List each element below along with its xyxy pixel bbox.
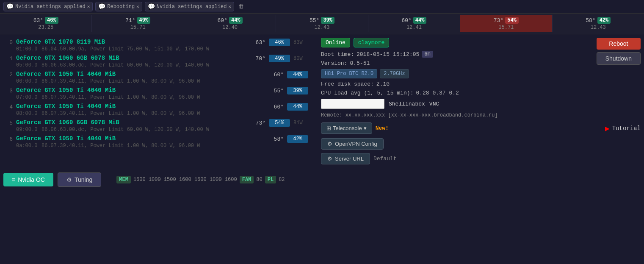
teleconsole-arrow: ▾ bbox=[364, 125, 367, 131]
close-notification-1[interactable]: ✕ bbox=[87, 4, 90, 9]
tools-row: ⊞ Teleconsole ▾ New! ▶ Tutorial bbox=[321, 122, 641, 134]
openvpn-button[interactable]: ⚙ OpenVPN Config bbox=[321, 138, 384, 150]
new-badge: New! bbox=[376, 125, 389, 131]
bottom-bar: ≡ Nvidia OC ⚙ Tuning MEM 1600 1000 1500 … bbox=[0, 168, 644, 191]
gpu-time-1: 05:00.0 bbox=[16, 62, 41, 68]
teleconsole-label: Teleconsole bbox=[333, 125, 362, 131]
boot-ago-badge: 6m bbox=[422, 51, 433, 58]
notification-1[interactable]: 💬 Nvidia settings applied ✕ bbox=[3, 2, 93, 11]
gpu-row-5: 5 GeForce GTX 1060 6GB 6078 MiB 73° 54% … bbox=[3, 118, 308, 133]
stat-hash-3: 12.43 bbox=[314, 25, 329, 31]
gpu-stats-1: 70° 49% 80W bbox=[251, 54, 308, 62]
gpu-time-3: 07:00.0 bbox=[16, 94, 41, 100]
gpu-stats-3: 55° 39% bbox=[269, 86, 308, 94]
stat-hash-4: 12.41 bbox=[406, 25, 422, 31]
gpu-info-2: GeForce GTX 1050 Ti 4040 MiB bbox=[16, 71, 269, 78]
stat-pct-2: 44% bbox=[229, 17, 243, 24]
gpu-name-4: GeForce GTX 1050 Ti 4040 MiB bbox=[16, 103, 116, 110]
close-notification-2[interactable]: ✕ bbox=[136, 4, 139, 9]
pl-badge: PL bbox=[265, 176, 276, 183]
shutdown-button[interactable]: Shutdown bbox=[597, 52, 641, 65]
gear-icon-server: ⚙ bbox=[327, 156, 332, 162]
stat-hash-6: 12.43 bbox=[591, 25, 606, 31]
disk-line: Free disk space: 2.1G bbox=[321, 81, 459, 87]
pl-value: 82 bbox=[279, 177, 285, 183]
gpu-power-5: 81W bbox=[293, 120, 308, 126]
gpu-row-1: 1 GeForce GTX 1060 6GB 6078 MiB 70° 49% … bbox=[3, 54, 308, 68]
gpu-time-0: 01:00.0 bbox=[16, 46, 41, 52]
tuning-label: Tuning bbox=[75, 176, 92, 183]
gpu-index-3: 3 bbox=[3, 87, 16, 94]
youtube-icon: ▶ bbox=[605, 124, 610, 133]
status-row: Online claymore bbox=[321, 38, 459, 47]
notification-bar: 💬 Nvidia settings applied ✕ 💬 Rebooting … bbox=[0, 0, 644, 14]
gpu-row-0: 0 GeForce GTX 1070 8119 MiB 63° 46% 83W … bbox=[3, 38, 308, 52]
remote-label: Remote: bbox=[321, 112, 342, 118]
stat-temp-4: 60° bbox=[401, 17, 411, 24]
tuning-button[interactable]: ⚙ Tuning bbox=[58, 172, 101, 187]
gpu-detail-0: 86.04.50.00.9a, Power Limit 75.00 W, 151… bbox=[41, 46, 209, 52]
gear-icon-tuning: ⚙ bbox=[66, 176, 72, 183]
stat-temp-2: 60° bbox=[218, 17, 227, 24]
stat-temp-6: 58° bbox=[586, 17, 595, 24]
server-url-button[interactable]: ⚙ Server URL bbox=[321, 153, 370, 164]
stat-cell-3: 55° 39% 12.43 bbox=[276, 15, 368, 32]
stat-cell-0: 63° 46% 23.25 bbox=[0, 15, 92, 32]
remote-line: Remote: xx.xx.xxx.xxx [xx-xx-xxx-xxx.bro… bbox=[321, 112, 641, 118]
gpu-index-5: 5 bbox=[3, 119, 16, 126]
gpu-row-2: 2 GeForce GTX 1050 Ti 4040 MiB 60° 44% 0… bbox=[3, 70, 308, 84]
gpu-pct-3: 39% bbox=[287, 87, 308, 94]
openvpn-label: OpenVPN Config bbox=[335, 141, 377, 147]
sliders-icon: ≡ bbox=[12, 176, 15, 183]
cpu-load-label: CPU load avg (1, 5, 15 min): bbox=[321, 90, 413, 96]
stat-temp-3: 55° bbox=[310, 17, 319, 24]
gpu-name-3: GeForce GTX 1050 Ti 4040 MiB bbox=[16, 87, 116, 94]
reboot-button[interactable]: Reboot bbox=[597, 38, 641, 50]
gpu-time-2: 06:00.0 bbox=[16, 78, 41, 84]
notification-3[interactable]: 💬 Nvidia settings applied ✕ bbox=[145, 2, 234, 11]
gpu-stats-0: 63° 46% 83W bbox=[251, 38, 308, 46]
shellinabox-input[interactable] bbox=[321, 99, 384, 109]
tutorial-link[interactable]: ▶ Tutorial bbox=[605, 124, 641, 133]
gpu-name-6: GeForce GTX 1050 Ti 4040 MiB bbox=[16, 135, 116, 142]
gpu-pct-4: 44% bbox=[287, 103, 308, 111]
shellinabox-link[interactable]: Shellinabox bbox=[389, 101, 425, 107]
gpu-detail-4: 86.07.39.40.11, Power Limit 1.00 W, 80.0… bbox=[41, 111, 200, 117]
notification-2[interactable]: 💬 Rebooting ✕ bbox=[95, 2, 142, 11]
gpu-name-2: GeForce GTX 1050 Ti 4040 MiB bbox=[16, 71, 116, 78]
close-notification-3[interactable]: ✕ bbox=[228, 4, 231, 9]
server-url-row: ⚙ Server URL Default bbox=[321, 153, 641, 164]
board-line: H81 Pro BTC R2.0 2.70GHz bbox=[321, 69, 459, 78]
gpu-info-5: GeForce GTX 1060 6GB 6078 MiB bbox=[16, 119, 251, 126]
gpu-info-4: GeForce GTX 1050 Ti 4040 MiB bbox=[16, 103, 269, 110]
fan-value: 80 bbox=[256, 177, 262, 183]
default-text: Default bbox=[373, 156, 397, 162]
gpu-detail-2: 86.07.39.40.11, Power Limit 1.00 W, 80.0… bbox=[41, 78, 200, 84]
gpu-info-0: GeForce GTX 1070 8119 MiB bbox=[16, 39, 251, 45]
gpu-info-1: GeForce GTX 1060 6GB 6078 MiB bbox=[16, 55, 251, 61]
teleconsole-button[interactable]: ⊞ Teleconsole ▾ bbox=[321, 122, 372, 134]
gpu-stats-5: 73° 54% 81W bbox=[251, 118, 308, 127]
chat-icon-1: 💬 bbox=[6, 3, 14, 10]
stat-cell-1: 71° 49% 15.71 bbox=[92, 15, 184, 32]
shellinabox-row: Shellinabox VNC bbox=[321, 99, 641, 109]
chat-icon-3: 💬 bbox=[148, 3, 155, 10]
mem-values: 1600 1000 1500 1600 1600 1000 1600 bbox=[133, 177, 237, 183]
nvidia-oc-button[interactable]: ≡ Nvidia OC bbox=[3, 173, 53, 186]
mem-badge: MEM bbox=[116, 176, 131, 183]
stat-hash-0: 23.25 bbox=[38, 25, 53, 31]
action-btns: ≡ Nvidia OC ⚙ Tuning bbox=[3, 172, 101, 187]
gpu-list: 0 GeForce GTX 1070 8119 MiB 63° 46% 83W … bbox=[3, 38, 312, 164]
online-badge: Online bbox=[321, 38, 350, 47]
cpu-freq-badge: 2.70GHz bbox=[380, 69, 409, 78]
version-line: Version: 0.5-51 bbox=[321, 60, 459, 67]
gpu-time-6: 0a:00.0 bbox=[16, 143, 41, 149]
gpu-name-0: GeForce GTX 1070 8119 MiB bbox=[16, 39, 105, 45]
trash-icon[interactable]: 🗑 bbox=[238, 3, 244, 10]
gpu-name-5: GeForce GTX 1060 6GB 6078 MiB bbox=[16, 119, 119, 126]
gpu-pct-0: 46% bbox=[269, 39, 290, 46]
vnc-link[interactable]: VNC bbox=[429, 101, 439, 107]
gpu-info-3: GeForce GTX 1050 Ti 4040 MiB bbox=[16, 87, 269, 94]
gpu-stats-4: 60° 44% bbox=[269, 102, 308, 111]
fan-badge: FAN bbox=[240, 176, 254, 183]
